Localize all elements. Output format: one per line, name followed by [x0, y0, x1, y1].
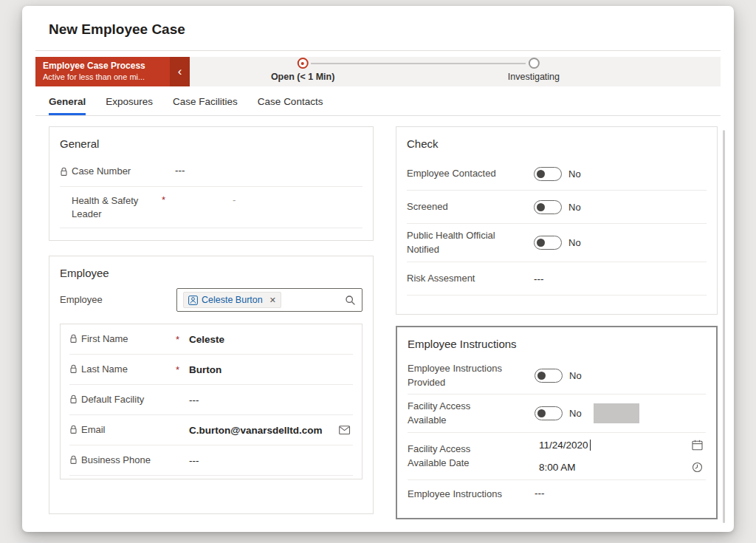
- tab-general[interactable]: General: [49, 96, 86, 115]
- field-row-facility-access-available-date: Facility Access Available Date 11/24/202…: [408, 433, 706, 480]
- section-employee-instructions-title: Employee Instructions: [408, 338, 706, 350]
- employee-quick-view: First Name * Celeste Last Name * Burton: [60, 324, 362, 479]
- section-employee: Employee Employee Celeste Burton ✕: [49, 256, 374, 514]
- tab-exposures[interactable]: Exposures: [106, 96, 153, 115]
- toggle-state-label: No: [568, 237, 581, 248]
- employee-instructions-provided-toggle[interactable]: [535, 369, 563, 383]
- section-employee-instructions: Employee Instructions Employee Instructi…: [396, 326, 718, 519]
- last-name-value: Burton: [189, 364, 221, 375]
- toggle-state-label: No: [569, 370, 582, 381]
- field-label: Facility Access Available: [408, 400, 502, 426]
- employee-instructions-value: ---: [535, 488, 545, 499]
- facility-access-available-toggle[interactable]: [535, 406, 563, 420]
- process-collapse-button[interactable]: ‹: [170, 57, 190, 86]
- header: New Employee Case: [22, 6, 734, 38]
- public-health-official-notified-toggle[interactable]: [534, 236, 562, 250]
- send-email-icon[interactable]: [339, 426, 353, 435]
- field-row-case-number: Case Number ---: [60, 157, 362, 187]
- field-label: Employee Instructions: [408, 488, 502, 501]
- field-row-default-facility: Default Facility ---: [69, 385, 353, 415]
- remove-selection-icon[interactable]: ✕: [269, 296, 276, 305]
- process-name: Employee Case Process: [43, 61, 162, 71]
- screened-toggle[interactable]: [534, 200, 562, 214]
- required-asterisk: *: [176, 364, 189, 375]
- field-row-first-name: First Name * Celeste: [69, 324, 353, 355]
- first-name-value: Celeste: [189, 334, 224, 345]
- vertical-scrollbar[interactable]: [723, 130, 725, 523]
- business-phone-value: ---: [189, 455, 199, 466]
- field-label: Public Health Official Notified: [407, 229, 534, 256]
- field-row-public-health-official-notified: Public Health Official Notified No: [407, 224, 707, 262]
- date-value[interactable]: 11/24/2020: [539, 440, 588, 451]
- field-label: Health & Safety Leader: [72, 194, 162, 221]
- selected-record-name: Celeste Burton: [202, 295, 263, 305]
- employee-lookup-row: Employee Celeste Burton ✕: [60, 288, 362, 312]
- field-label: Email: [81, 423, 176, 437]
- new-employee-case-window: New Employee Case Employee Case Process …: [22, 6, 734, 532]
- header-divider: [35, 50, 721, 51]
- section-general-title: General: [60, 137, 362, 150]
- field-label: Risk Assesment: [407, 272, 534, 285]
- stage-investigating[interactable]: Investigating: [508, 58, 560, 82]
- lock-icon: [69, 392, 81, 407]
- field-row-email: Email C.burton@vanarsdelltd.com: [69, 415, 353, 445]
- field-label: First Name: [81, 332, 176, 346]
- tab-case-contacts[interactable]: Case Contacts: [258, 96, 323, 115]
- field-label: Employee Instructions Provided: [408, 362, 502, 389]
- stage-connector-line: [311, 63, 526, 64]
- risk-assesment-value: ---: [534, 273, 544, 284]
- stage-open[interactable]: Open (< 1 Min): [271, 58, 334, 82]
- form-tab-bar: General Exposures Case Facilities Case C…: [22, 86, 734, 115]
- stage-active-indicator-icon: [298, 58, 309, 69]
- label-spacer: [60, 194, 72, 196]
- process-stages: Open (< 1 Min) Investigating: [190, 57, 721, 86]
- employee-lookup-chip[interactable]: Celeste Burton ✕: [183, 292, 281, 308]
- stage-upcoming-indicator-icon: [528, 58, 539, 69]
- text-cursor: [590, 440, 591, 451]
- email-value: C.burton@vanarsdelltd.com: [189, 425, 322, 436]
- page-title: New Employee Case: [49, 21, 707, 38]
- lock-icon: [60, 165, 72, 180]
- time-input-row: 8:00 AM: [535, 457, 706, 479]
- required-asterisk: *: [162, 194, 175, 205]
- lock-icon: [69, 423, 81, 437]
- field-row-employee-contacted: Employee Contacted No: [407, 157, 707, 191]
- field-row-screened: Screened No: [407, 191, 707, 224]
- field-label: Facility Access Available Date: [408, 443, 502, 469]
- employee-contacted-toggle[interactable]: [534, 167, 562, 181]
- process-status: Active for less than one mi...: [43, 72, 162, 81]
- field-label: Employee Contacted: [407, 167, 534, 180]
- stage-open-label: Open (< 1 Min): [271, 72, 334, 82]
- field-row-business-phone: Business Phone ---: [69, 445, 353, 476]
- field-row-employee-instructions: Employee Instructions ---: [408, 480, 706, 519]
- field-row-employee-instructions-provided: Employee Instructions Provided No: [408, 358, 706, 395]
- contact-icon: [188, 296, 198, 305]
- form-body: General Case Number --- Health & Safety …: [22, 116, 734, 519]
- date-input-row: 11/24/2020: [535, 434, 706, 457]
- default-facility-value: ---: [189, 395, 199, 406]
- required-asterisk: *: [176, 334, 189, 345]
- time-value[interactable]: 8:00 AM: [539, 462, 576, 473]
- health-safety-leader-value[interactable]: -: [175, 194, 236, 205]
- lock-icon: [69, 453, 81, 468]
- section-employee-title: Employee: [60, 267, 362, 279]
- tab-case-facilities[interactable]: Case Facilities: [173, 96, 238, 115]
- active-stage-flyout-button[interactable]: Employee Case Process Active for less th…: [35, 57, 170, 86]
- lock-icon: [69, 332, 81, 346]
- employee-lookup-label: Employee: [60, 288, 176, 312]
- clock-icon[interactable]: [692, 462, 703, 473]
- field-label: Business Phone: [81, 454, 176, 467]
- field-label: Default Facility: [81, 393, 176, 406]
- datetime-control: 11/24/2020 8:00 AM: [535, 434, 706, 479]
- field-row-last-name: Last Name * Burton: [69, 355, 353, 385]
- calendar-icon[interactable]: [692, 440, 703, 451]
- stage-open-name: Open: [271, 72, 295, 82]
- section-check-title: Check: [407, 137, 707, 150]
- field-label: Screened: [407, 200, 534, 214]
- business-process-flow: Employee Case Process Active for less th…: [35, 57, 721, 86]
- toggle-state-label: No: [568, 202, 581, 213]
- search-icon[interactable]: [345, 295, 356, 306]
- employee-lookup-field[interactable]: Celeste Burton ✕: [176, 288, 362, 312]
- lock-icon: [69, 362, 81, 377]
- field-row-risk-assesment: Risk Assesment ---: [407, 262, 707, 296]
